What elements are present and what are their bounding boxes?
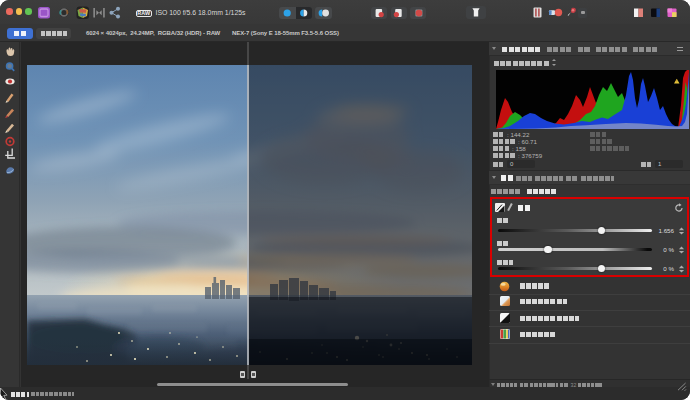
svg-text:!: !	[676, 80, 677, 84]
